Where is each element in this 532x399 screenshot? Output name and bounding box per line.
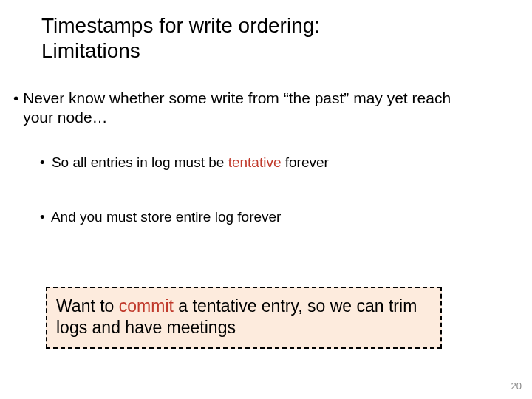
bullet-level2: • So all entries in log must be tentativ… <box>40 154 329 172</box>
bullet-dot: • <box>13 89 23 108</box>
callout-box: Want to commit a tentative entry, so we … <box>46 287 442 349</box>
bullet-text: Never know whether some write from “the … <box>23 89 481 128</box>
title-line-2: Limitations <box>41 39 140 62</box>
bullet-dot: • <box>40 208 45 227</box>
page-number: 20 <box>511 381 522 392</box>
bullet-level2: • And you must store entire log forever <box>40 208 281 227</box>
bullet-level1: • Never know whether some write from “th… <box>13 89 481 128</box>
slide: { "title_l1": "Timestamps for write orde… <box>0 0 532 399</box>
title-line-1: Timestamps for write ordering: <box>41 14 320 37</box>
bullet-dot: • <box>40 154 45 172</box>
callout-pre: Want to <box>56 296 119 316</box>
bullet-text-post: forever <box>281 154 328 170</box>
slide-title: Timestamps for write ordering: Limitatio… <box>41 13 320 63</box>
bullet-text-highlight: tentative <box>228 154 282 170</box>
callout-highlight: commit <box>119 296 174 316</box>
bullet-text: And you must store entire log forever <box>51 209 282 225</box>
bullet-text-pre: So all entries in log must be <box>52 154 228 170</box>
